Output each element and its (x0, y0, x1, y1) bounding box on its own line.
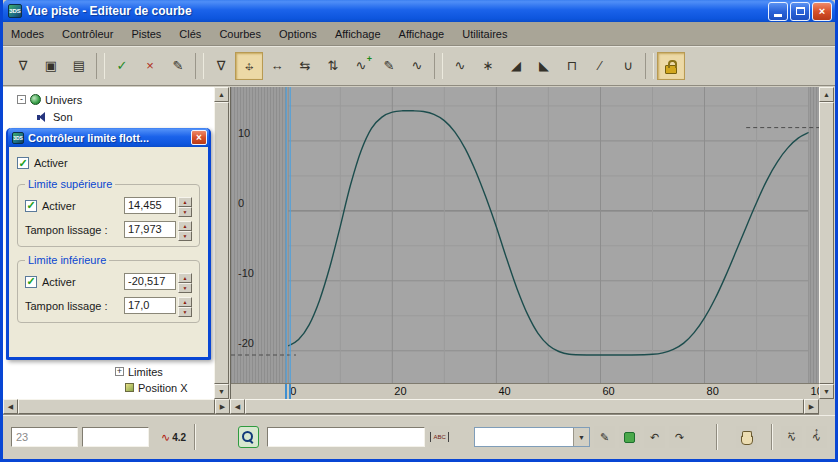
show-selected-key-stats-button[interactable]: ABC (429, 426, 450, 448)
menu-affichage[interactable]: Affichage (335, 28, 381, 40)
scroll-left-button[interactable]: ◀ (230, 399, 245, 414)
menu-pistes[interactable]: Pistes (131, 28, 161, 40)
time-ruler-label: 60 (602, 385, 614, 397)
scrollbar-thumb[interactable] (245, 399, 804, 414)
menu-contr-leur[interactable]: Contrôleur (62, 28, 113, 40)
lower-limit-field[interactable]: -20,517 (124, 273, 176, 290)
zoom-region-button[interactable] (238, 426, 259, 448)
upper-limit-field[interactable]: 14,455 (124, 197, 176, 214)
scale-values-button[interactable]: ⇅ (319, 52, 347, 80)
simplify-curve-button[interactable]: ∿ (403, 52, 431, 80)
upper-enable-row[interactable]: ✓ Activer (25, 198, 124, 214)
lower-limit-spinner[interactable]: ▲▼ (178, 273, 192, 290)
scale-keys-button[interactable]: ⇆ (291, 52, 319, 80)
paste-controller-button[interactable]: ▤ (65, 52, 93, 80)
upper-enable-checkbox[interactable]: ✓ (25, 200, 37, 212)
lower-enable-checkbox[interactable]: ✓ (25, 276, 37, 288)
set-tangents-fast-button[interactable]: ◢ (502, 52, 530, 80)
zoom-horizontal-extents-button[interactable]: ∿↔ (781, 426, 802, 448)
scroll-down-button[interactable]: ▼ (214, 384, 229, 399)
tree-item-univers[interactable]: - Univers (17, 92, 82, 107)
enable-row[interactable]: ✓ Activer (17, 155, 200, 171)
track-set-combo[interactable]: ▼ (474, 427, 590, 447)
copy-controller-button[interactable]: ▣ (37, 52, 65, 80)
expand-icon[interactable]: + (115, 367, 124, 376)
dialog-close-button[interactable]: × (191, 130, 207, 145)
time-slider-marker[interactable] (285, 384, 291, 399)
title-bar[interactable]: 3DS Vue piste - Editeur de courbe × (3, 0, 835, 22)
close-button[interactable]: × (812, 2, 832, 21)
key-time-field[interactable]: 23 (11, 427, 78, 447)
menu-courbes[interactable]: Courbes (219, 28, 261, 40)
set-tangents-auto-button[interactable]: ∿ (446, 52, 474, 80)
scroll-down-button[interactable]: ▼ (819, 384, 834, 399)
set-tangents-step-button[interactable]: ⊓ (558, 52, 586, 80)
set-tangents-linear-button[interactable]: ∕ (586, 52, 614, 80)
menu-cl-s[interactable]: Clés (179, 28, 201, 40)
tree-item-limites[interactable]: + Limites (115, 364, 163, 379)
filters-button[interactable] (619, 426, 640, 448)
upper-limit-spinner[interactable]: ▲▼ (178, 197, 192, 214)
scrollbar-thumb[interactable] (819, 102, 834, 384)
tree-item-label: Univers (45, 94, 82, 106)
previous-key-button[interactable]: ↶ (644, 426, 665, 448)
time-ruler-label: 20 (394, 385, 406, 397)
scroll-left-button[interactable]: ◀ (3, 399, 18, 414)
set-tangents-smooth-button[interactable]: ∪ (614, 52, 642, 80)
minimize-button[interactable] (768, 2, 788, 21)
collapse-icon[interactable]: - (17, 95, 26, 104)
add-keys-button[interactable]: ∿+ (347, 52, 375, 80)
set-tangents-linear-icon: ∕ (591, 57, 609, 75)
upper-buffer-spinner[interactable]: ▲▼ (178, 221, 192, 238)
curve-vertical-scrollbar[interactable]: ▲ ▼ (819, 87, 835, 399)
menu-modes[interactable]: Modes (11, 28, 44, 40)
curve-canvas[interactable] (231, 87, 819, 383)
zoom-value-extents-button[interactable]: ∿↕ (806, 426, 827, 448)
menu-options[interactable]: Options (279, 28, 317, 40)
next-key-button[interactable]: ↷ (669, 426, 690, 448)
magnifier-icon (242, 431, 255, 444)
scrollbar-thumb[interactable] (18, 399, 215, 414)
menu-affichage[interactable]: Affichage (399, 28, 445, 40)
edit-track-set-button[interactable]: ✎ (594, 426, 615, 448)
set-tangents-custom-button[interactable]: ∗ (474, 52, 502, 80)
make-controller-unique-button[interactable]: ✎ (164, 52, 192, 80)
lower-buffer-spinner[interactable]: ▲▼ (178, 297, 192, 314)
upper-buffer-label: Tampon lissage : (25, 224, 124, 236)
scroll-up-button[interactable]: ▲ (214, 87, 229, 102)
set-tangents-slow-button[interactable]: ◣ (530, 52, 558, 80)
track-selection-field[interactable] (267, 427, 425, 447)
draw-curves-button[interactable]: ✎ (375, 52, 403, 80)
scroll-right-button[interactable]: ▶ (215, 399, 230, 414)
move-keys-button[interactable]: ↔↕ (235, 52, 263, 80)
scroll-right-button[interactable]: ▶ (804, 399, 819, 414)
filter-curves-button[interactable]: ∇ (207, 52, 235, 80)
lower-buffer-field[interactable]: 17,0 (124, 297, 176, 314)
lower-enable-row[interactable]: ✓ Activer (25, 274, 124, 290)
set-tangents-fast-icon: ◢ (507, 57, 525, 75)
tree-horizontal-scrollbar[interactable]: ◀ ▶ (3, 399, 230, 415)
filter-keys-button[interactable]: ∇ (9, 52, 37, 80)
enable-checkbox[interactable]: ✓ (17, 157, 29, 169)
tree-item-son[interactable]: Son (37, 109, 73, 124)
green-box-icon (624, 432, 635, 443)
assign-controller-button[interactable]: ✓ (108, 52, 136, 80)
curve-horizontal-scrollbar[interactable]: ◀ ▶ (230, 399, 819, 415)
scrollbar-thumb[interactable] (214, 102, 229, 384)
time-ruler[interactable]: 020406080100 (231, 383, 819, 399)
tree-item-position-x[interactable]: Position X (125, 380, 188, 395)
dropdown-arrow-icon[interactable]: ▼ (573, 428, 589, 446)
menu-utilitaires[interactable]: Utilitaires (462, 28, 507, 40)
curve-plot[interactable]: 100-10-20 (231, 87, 819, 383)
tree-vertical-scrollbar[interactable]: ▲ ▼ (214, 87, 230, 399)
maximize-button[interactable] (790, 2, 810, 21)
slide-keys-button[interactable]: ↔ (263, 52, 291, 80)
pan-button[interactable] (736, 426, 757, 448)
upper-buffer-field[interactable]: 17,973 (124, 221, 176, 238)
delete-controller-button[interactable]: × (136, 52, 164, 80)
curve-editor: 100-10-20 020406080100 (230, 87, 819, 399)
dialog-title-bar[interactable]: 3DS Contrôleur limite flott... × (8, 128, 209, 147)
scroll-up-button[interactable]: ▲ (819, 87, 834, 102)
key-value-field[interactable] (82, 427, 149, 447)
lock-selection-button[interactable] (657, 52, 685, 80)
